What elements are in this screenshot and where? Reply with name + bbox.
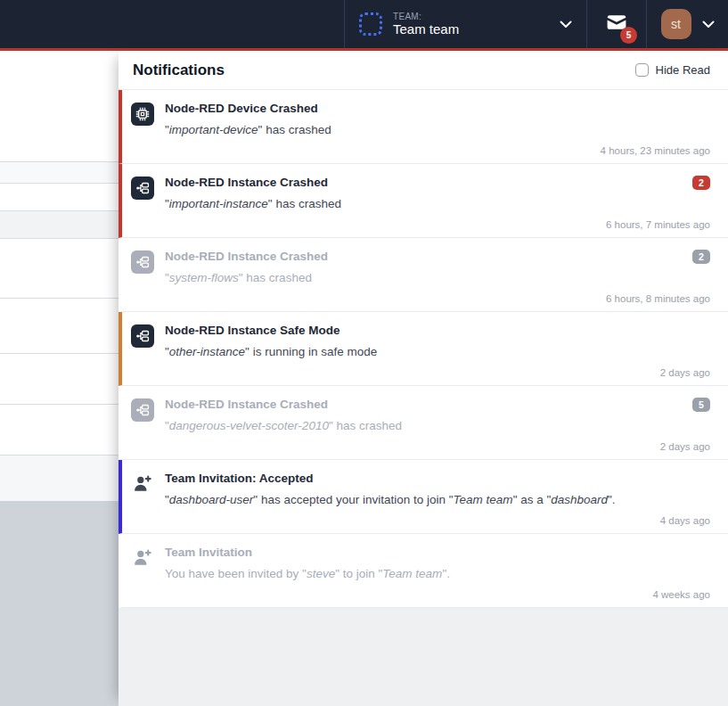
instance-icon <box>131 176 154 200</box>
team-label: TEAM: <box>393 12 459 22</box>
hide-read-checkbox[interactable] <box>635 63 649 77</box>
notification-timestamp: 6 hours, 8 minutes ago <box>606 293 710 304</box>
notification-body: "important-device" has crashed <box>165 122 331 138</box>
team-selector-text: TEAM: Team team <box>393 12 459 37</box>
notification-body: "important-instance" has crashed <box>165 196 341 212</box>
notification-content: Node-RED Device Crashed"important-device… <box>165 101 331 156</box>
notification-timestamp: 2 days ago <box>660 367 710 378</box>
top-navbar: TEAM: Team team 5 st <box>0 0 728 51</box>
notification-content: Node-RED Instance Crashed"system-flows" … <box>165 249 328 304</box>
notification-body: You have been invited by "steve" to join… <box>165 566 450 582</box>
notification-item[interactable]: Node-RED Device Crashed"important-device… <box>119 90 728 164</box>
notification-body: "system-flows" has crashed <box>165 270 328 286</box>
notification-content: Node-RED Instance Crashed"important-inst… <box>165 175 341 230</box>
notification-content: Node-RED Instance Safe Mode"other-instan… <box>165 323 377 378</box>
notification-body: "dangerous-velvet-scoter-2010" has crash… <box>165 418 402 434</box>
avatar: st <box>661 9 691 39</box>
notification-item[interactable]: Node-RED Instance Crashed"important-inst… <box>119 164 728 238</box>
notification-content: Node-RED Instance Crashed"dangerous-velv… <box>165 397 402 452</box>
instance-icon <box>131 250 154 274</box>
notifications-panel: Notifications Hide Read Node-RED Device … <box>119 51 728 706</box>
chevron-down-icon <box>702 21 715 29</box>
user-add-icon <box>131 472 154 496</box>
team-name: Team team <box>393 21 459 37</box>
user-menu[interactable]: st <box>646 0 728 48</box>
notification-title: Node-RED Instance Crashed <box>165 175 341 191</box>
notification-count-badge: 2 <box>692 250 710 264</box>
notification-list: Node-RED Device Crashed"important-device… <box>119 90 728 608</box>
notification-item[interactable]: Team InvitationYou have been invited by … <box>119 534 728 608</box>
notifications-button[interactable]: 5 <box>586 0 646 48</box>
notification-title: Node-RED Instance Safe Mode <box>165 323 377 339</box>
notification-title: Team Invitation: Accepted <box>165 471 616 487</box>
device-icon <box>131 103 154 126</box>
notification-count-badge: 5 <box>692 398 710 412</box>
notification-item[interactable]: Team Invitation: Accepted"dashboard-user… <box>119 460 728 534</box>
notification-content: Team InvitationYou have been invited by … <box>165 545 450 600</box>
notification-title: Node-RED Instance Crashed <box>165 397 402 413</box>
notification-timestamp: 4 days ago <box>660 515 710 526</box>
notification-title: Team Invitation <box>165 545 450 561</box>
user-add-icon <box>131 546 154 570</box>
unread-count-badge: 5 <box>620 27 637 44</box>
chevron-down-icon <box>560 21 572 29</box>
notification-body: "dashboard-user" has accepted your invit… <box>165 492 616 508</box>
notification-timestamp: 4 hours, 23 minutes ago <box>601 145 710 156</box>
notifications-panel-header: Notifications Hide Read <box>119 51 728 90</box>
notification-count-badge: 2 <box>692 176 710 190</box>
notification-timestamp: 6 hours, 7 minutes ago <box>606 219 710 230</box>
navbar-spacer <box>0 0 344 48</box>
notification-title: Node-RED Device Crashed <box>165 101 331 117</box>
hide-read-label: Hide Read <box>656 63 710 77</box>
instance-icon <box>131 324 154 348</box>
team-selector[interactable]: TEAM: Team team <box>344 0 586 48</box>
hide-read-toggle[interactable]: Hide Read <box>635 63 710 77</box>
notification-timestamp: 2 days ago <box>660 441 710 452</box>
notification-title: Node-RED Instance Crashed <box>165 249 328 265</box>
notification-item[interactable]: Node-RED Instance Crashed"dangerous-velv… <box>119 386 728 460</box>
notification-item[interactable]: Node-RED Instance Safe Mode"other-instan… <box>119 312 728 386</box>
notification-content: Team Invitation: Accepted"dashboard-user… <box>165 471 616 526</box>
notification-item[interactable]: Node-RED Instance Crashed"system-flows" … <box>119 238 728 312</box>
background-page <box>0 51 119 706</box>
panel-title: Notifications <box>133 62 225 79</box>
team-icon <box>359 12 382 36</box>
notification-body: "other-instance" is running in safe mode <box>165 344 377 360</box>
instance-icon <box>131 398 154 422</box>
notification-timestamp: 4 weeks ago <box>652 589 710 600</box>
